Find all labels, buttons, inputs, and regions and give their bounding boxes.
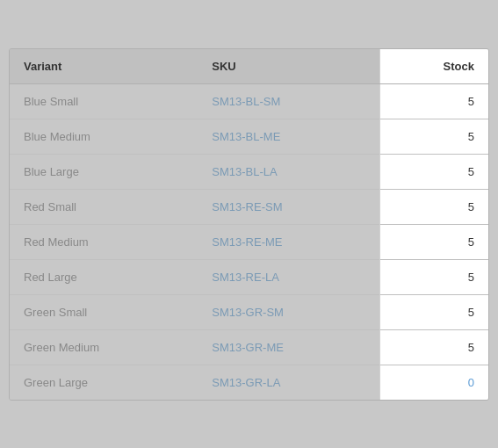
variant-cell: Blue Medium [10, 119, 198, 154]
stock-cell[interactable]: 5 [380, 154, 488, 189]
sku-header: SKU [198, 49, 379, 84]
stock-cell[interactable]: 5 [380, 119, 488, 154]
sku-cell: SM13-BL-SM [198, 83, 379, 119]
table-row: Red MediumSM13-RE-ME5 [10, 224, 488, 259]
variant-header: Variant [10, 49, 198, 84]
stock-cell[interactable]: 5 [380, 189, 488, 224]
sku-cell: SM13-BL-ME [198, 119, 379, 154]
variant-cell: Blue Large [10, 154, 198, 189]
variant-cell: Blue Small [10, 83, 198, 119]
sku-cell: SM13-GR-SM [198, 294, 379, 329]
table-row: Red SmallSM13-RE-SM5 [10, 189, 488, 224]
table-row: Blue SmallSM13-BL-SM5 [10, 83, 488, 119]
variant-cell: Red Small [10, 189, 198, 224]
sku-cell: SM13-GR-LA [198, 365, 379, 400]
sku-cell: SM13-GR-ME [198, 329, 379, 365]
variant-cell: Green Large [10, 365, 198, 400]
stock-cell[interactable]: 5 [380, 83, 488, 119]
variant-cell: Green Small [10, 294, 198, 329]
stock-cell[interactable]: 5 [380, 294, 488, 329]
table-row: Green LargeSM13-GR-LA0 [10, 365, 488, 400]
variants-table: Variant SKU Stock Blue SmallSM13-BL-SM5B… [10, 49, 488, 400]
table-row: Red LargeSM13-RE-LA5 [10, 259, 488, 294]
table-row: Blue MediumSM13-BL-ME5 [10, 119, 488, 154]
table-header-row: Variant SKU Stock [10, 49, 488, 84]
variant-cell: Red Medium [10, 224, 198, 259]
sku-cell: SM13-RE-ME [198, 224, 379, 259]
stock-cell[interactable]: 5 [380, 224, 488, 259]
sku-cell: SM13-RE-SM [198, 189, 379, 224]
table-row: Blue LargeSM13-BL-LA5 [10, 154, 488, 189]
variant-cell: Red Large [10, 259, 198, 294]
variant-cell: Green Medium [10, 329, 198, 365]
stock-cell[interactable]: 0 [380, 365, 488, 400]
stock-header: Stock [380, 49, 488, 84]
table-row: Green MediumSM13-GR-ME5 [10, 329, 488, 365]
sku-cell: SM13-BL-LA [198, 154, 379, 189]
sku-cell: SM13-RE-LA [198, 259, 379, 294]
variants-table-container: Variant SKU Stock Blue SmallSM13-BL-SM5B… [9, 48, 489, 401]
stock-cell[interactable]: 5 [380, 329, 488, 365]
table-row: Green SmallSM13-GR-SM5 [10, 294, 488, 329]
stock-cell[interactable]: 5 [380, 259, 488, 294]
